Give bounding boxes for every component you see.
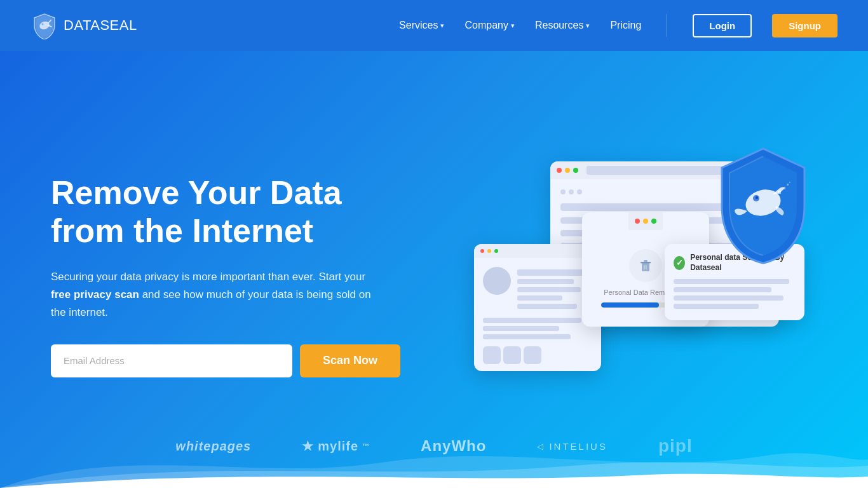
logo: DATASEAL [31,11,137,39]
logo-icon [31,11,58,39]
svg-rect-13 [789,182,790,183]
svg-rect-11 [783,187,785,189]
header: DATASEAL Services ▾ Company ▾ Resources … [0,0,868,51]
logo-text: DATASEAL [64,17,137,34]
svg-point-1 [42,24,44,25]
hero-section: Remove Your Data from the Internet Secur… [0,51,868,488]
avatar [483,267,511,295]
partner-pipl: pipl [658,436,693,456]
logo-text-light: SEAL [100,17,137,33]
svg-rect-10 [778,191,781,194]
check-icon: ✓ [674,256,685,270]
partner-anywho: AnyWho [421,437,486,455]
hero-left: Remove Your Data from the Internet Secur… [51,174,419,377]
login-button[interactable]: Login [693,14,752,37]
svg-point-9 [756,196,758,199]
nav-company[interactable]: Company ▾ [465,20,514,31]
dot-red [557,168,562,173]
svg-rect-12 [787,184,789,186]
svg-rect-5 [644,265,645,269]
chevron-down-icon: ▾ [440,22,444,30]
trash-icon [629,249,662,282]
svg-rect-6 [646,265,647,269]
dot-yellow [565,168,570,173]
partner-whitepages: whitepages [175,439,251,454]
dot-green [573,168,578,173]
nav-resources[interactable]: Resources ▾ [535,20,590,31]
scan-now-button[interactable]: Scan Now [300,344,400,377]
nav-divider [667,14,667,37]
main-nav: Services ▾ Company ▾ Resources ▾ Pricing… [399,14,837,37]
logo-text-bold: DATA [64,17,100,33]
hero-content: Remove Your Data from the Internet Secur… [0,51,868,488]
nav-pricing[interactable]: Pricing [610,20,641,31]
partner-mylife: ★ mylife™ [302,438,370,454]
email-form: Scan Now [51,344,419,377]
chevron-down-icon: ▾ [586,22,590,30]
shield-badge [709,142,817,269]
hero-illustration: Personal Data Removing... ✓ Personal dat… [461,142,817,409]
signup-button[interactable]: Signup [772,14,837,37]
partner-intelius: ◁ INTELIUS [537,441,607,452]
svg-rect-3 [641,262,651,264]
nav-services[interactable]: Services ▾ [399,20,444,31]
partners-bar: whitepages ★ mylife™ AnyWho ◁ INTELIUS p… [0,436,868,456]
svg-rect-4 [644,260,648,262]
delete-browser-bar [628,212,663,230]
hero-description: Securing your data privacy is more impor… [51,268,381,322]
hero-title: Remove Your Data from the Internet [51,174,419,250]
chevron-down-icon: ▾ [511,22,515,30]
email-input[interactable] [51,344,292,377]
